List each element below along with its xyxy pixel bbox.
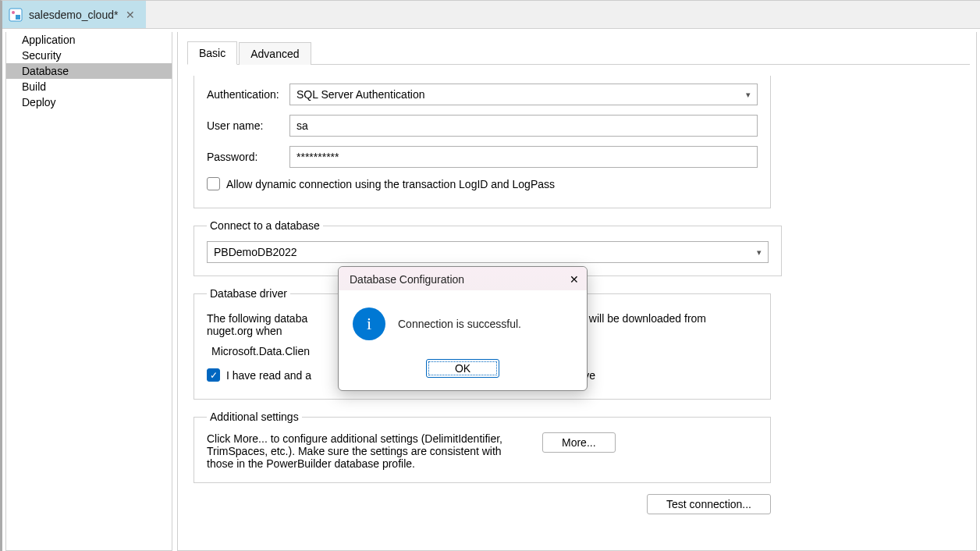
dialog-title: Database Configuration: [350, 273, 464, 286]
dialog-message: Connection is successful.: [398, 318, 521, 330]
more-button[interactable]: More...: [542, 432, 616, 453]
auth-block: Authentication: SQL Server Authenticatio…: [194, 76, 771, 208]
authentication-label: Authentication:: [207, 88, 289, 101]
sidebar-item-database[interactable]: Database: [6, 63, 172, 79]
dialog-close-icon[interactable]: ✕: [570, 273, 579, 286]
password-label: Password:: [207, 151, 289, 163]
sidebar-item-application[interactable]: Application: [6, 32, 172, 48]
connect-legend: Connect to a database: [207, 219, 323, 232]
tab-basic[interactable]: Basic: [187, 41, 237, 65]
database-select[interactable]: PBDemoDB2022 ▾: [207, 241, 769, 263]
app-file-icon: [9, 8, 23, 22]
agree-checkbox[interactable]: ✓: [207, 368, 220, 382]
tab-advanced[interactable]: Advanced: [239, 42, 311, 65]
file-tab-bar: salesdemo_cloud* ✕: [2, 1, 980, 29]
svg-point-1: [12, 11, 15, 14]
allow-dynamic-label: Allow dynamic connection using the trans…: [226, 178, 555, 190]
username-input[interactable]: [289, 115, 758, 137]
password-input[interactable]: [289, 146, 758, 168]
dialog-ok-button[interactable]: OK: [426, 359, 499, 378]
username-label: User name:: [207, 119, 289, 132]
additional-group: Additional settings Click More... to con…: [194, 411, 771, 483]
authentication-value: SQL Server Authentication: [296, 88, 424, 101]
inner-tabs: Basic Advanced: [187, 38, 970, 65]
driver-legend: Database driver: [207, 287, 290, 300]
sidebar-nav: Application Security Database Build Depl…: [5, 32, 172, 551]
authentication-select[interactable]: SQL Server Authentication ▾: [289, 84, 758, 105]
database-value: PBDemoDB2022: [214, 246, 297, 258]
message-dialog: Database Configuration ✕ i Connection is…: [338, 266, 588, 391]
info-icon: i: [353, 307, 385, 340]
additional-text: Click More... to configure additional se…: [207, 432, 519, 470]
agree-label-a: I have read and a: [226, 369, 311, 382]
allow-dynamic-checkbox[interactable]: [207, 177, 220, 190]
file-tab[interactable]: salesdemo_cloud* ✕: [2, 1, 146, 28]
chevron-down-icon: ▾: [746, 90, 751, 100]
chevron-down-icon: ▾: [757, 247, 762, 258]
sidebar-item-security[interactable]: Security: [6, 48, 172, 63]
file-tab-title: salesdemo_cloud*: [29, 9, 118, 21]
svg-rect-2: [16, 15, 20, 20]
additional-legend: Additional settings: [207, 411, 302, 423]
test-connection-button[interactable]: Test connection...: [647, 494, 771, 514]
close-icon[interactable]: ✕: [124, 9, 137, 21]
sidebar-item-build[interactable]: Build: [6, 79, 172, 94]
sidebar-item-deploy[interactable]: Deploy: [6, 94, 172, 110]
